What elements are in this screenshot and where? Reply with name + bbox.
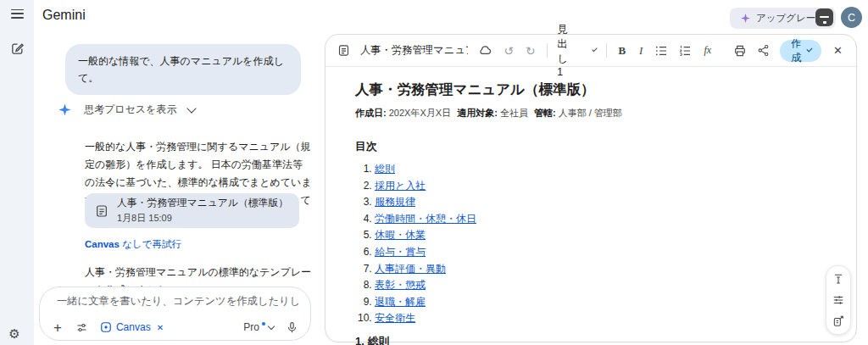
section-heading: 1. 総則: [355, 334, 834, 345]
document-icon: [337, 44, 350, 57]
toc-link[interactable]: 表彰・懲戒: [375, 279, 426, 291]
model-label: Pro: [243, 321, 259, 333]
toc-item: 採用と入社: [375, 181, 834, 191]
print-icon: [733, 44, 747, 58]
italic-button[interactable]: I: [637, 44, 644, 58]
tools-toggle-button[interactable]: [75, 321, 88, 334]
retry-link-rest: なしで再試行: [120, 239, 181, 249]
tune-icon: [75, 321, 88, 334]
new-chat-icon[interactable]: [6, 37, 28, 59]
toc-item: 給与・賞与: [375, 247, 834, 257]
create-button[interactable]: 作成: [780, 40, 821, 62]
toc-item: 退職・解雇: [375, 297, 834, 307]
meta-created-label: 作成日:: [355, 108, 387, 118]
gear-icon: ⚙: [8, 326, 19, 342]
meta-owner-value: 人事部 / 管理部: [559, 108, 622, 118]
italic-icon: I: [639, 44, 643, 57]
toc-item: 服務規律: [375, 197, 834, 207]
insert-text-button[interactable]: [832, 273, 844, 285]
toc-link[interactable]: 総則: [375, 163, 395, 175]
menu-icon[interactable]: [6, 3, 28, 25]
redo-button[interactable]: ↻: [525, 44, 537, 58]
gemini-sparkle-icon: [58, 103, 72, 117]
canvas-document-card[interactable]: 人事・労務管理マニュアル（標準版） 1月8日 15:09: [85, 193, 299, 228]
toc-link[interactable]: 給与・賞与: [375, 246, 426, 258]
canvas-panel: 人事・労務管理マニュアル（標準版） ↺ ↻ 見出し 1 B I: [325, 34, 857, 342]
avatar[interactable]: C: [841, 7, 862, 28]
model-badge-dot: [262, 322, 265, 326]
chevron-down-icon: [807, 46, 813, 52]
meta-owner-label: 管轄:: [534, 108, 556, 118]
chevron-down-icon: [187, 103, 197, 113]
add-attachment-button[interactable]: +: [52, 320, 64, 335]
redo-icon: ↻: [526, 44, 536, 58]
table-of-contents: 総則 採用と入社 服務規律 労働時間・休憩・休日 休暇・休業 給与・賞与 人事評…: [355, 164, 834, 323]
share-icon: [757, 44, 770, 57]
app-title: Gemini: [42, 8, 86, 23]
document-meta: 作成日: 202X年X月X日 適用対象: 全社員 管轄: 人事部 / 管理部: [355, 107, 834, 120]
toc-link[interactable]: 労働時間・休憩・休日: [375, 213, 476, 225]
gemini-sparkle-icon: [740, 13, 751, 24]
toolbar-divider: [547, 43, 548, 58]
canvas-chip-close-icon[interactable]: ✕: [157, 323, 164, 332]
toolbox-icon[interactable]: [815, 8, 833, 26]
user-message-bubble: 一般的な情報で、人事のマニュアルを作成して。: [65, 44, 301, 95]
numbered-list-icon: [678, 44, 692, 58]
toc-link[interactable]: 人事評価・異動: [375, 263, 446, 275]
input-toolbar: + Canvas ✕ Pro: [40, 316, 310, 338]
toc-item: 表彰・懲戒: [375, 280, 834, 290]
cloud-saved-icon[interactable]: [478, 43, 492, 58]
bold-icon: B: [618, 44, 626, 57]
gemini-app: ⚙ Gemini アップグレード C 一般的な情報で、人事のマニュアルを作成して…: [0, 0, 868, 345]
hamburger-icon: [11, 9, 24, 19]
export-doc-icon: [832, 315, 844, 327]
bold-button[interactable]: B: [616, 44, 627, 58]
card-title: 人事・労務管理マニュアル（標準版）: [117, 197, 288, 210]
edit-square-icon: [10, 42, 25, 56]
canvas-chip[interactable]: Canvas ✕: [100, 321, 164, 333]
retry-without-canvas-link[interactable]: Canvas なしで再試行: [85, 238, 181, 251]
canvas-chip-label: Canvas: [116, 321, 151, 333]
toolbar-divider: [606, 43, 607, 58]
thinking-toggle-label: 思考プロセスを表示: [84, 103, 176, 117]
toc-link[interactable]: 採用と入社: [375, 180, 426, 192]
toc-heading: 目次: [355, 139, 834, 154]
function-button[interactable]: fx: [702, 44, 713, 57]
text-cursor-top-icon: [832, 273, 844, 285]
chevron-down-icon: [592, 47, 597, 52]
chat-input[interactable]: [55, 294, 300, 308]
thinking-process-toggle[interactable]: 思考プロセスを表示: [58, 103, 195, 117]
toc-item: 休暇・休業: [375, 230, 834, 240]
canvas-side-tools: [826, 265, 851, 335]
toc-item: 労働時間・休憩・休日: [375, 214, 834, 224]
canvas-doc-title[interactable]: 人事・労務管理マニュアル（標準版）: [360, 43, 468, 58]
undo-icon: ↺: [504, 44, 514, 58]
model-picker[interactable]: Pro: [243, 321, 274, 333]
chat-input-box: + Canvas ✕ Pro: [39, 287, 311, 341]
undo-button[interactable]: ↺: [503, 44, 515, 58]
numbered-list-button[interactable]: [678, 44, 692, 58]
close-icon: ✕: [833, 44, 843, 57]
toc-item: 総則: [375, 164, 834, 174]
settings-icon[interactable]: ⚙: [3, 323, 25, 345]
export-to-docs-button[interactable]: [832, 315, 844, 327]
meta-audience-value: 全社員: [500, 108, 528, 118]
close-canvas-button[interactable]: ✕: [832, 44, 844, 57]
card-timestamp: 1月8日 15:09: [117, 212, 288, 225]
paragraph-style-dropdown[interactable]: 見出し 1: [557, 23, 596, 78]
sidebar: ⚙: [0, 0, 34, 345]
document-editor[interactable]: 人事・労務管理マニュアル（標準版） 作成日: 202X年X月X日 適用対象: 全…: [355, 81, 834, 345]
print-button[interactable]: [733, 44, 747, 58]
share-button[interactable]: [757, 44, 770, 57]
style-dropdown-value: 見出し 1: [557, 23, 574, 78]
toc-link[interactable]: 安全衛生: [375, 312, 415, 324]
mic-button[interactable]: [286, 321, 298, 334]
toc-link[interactable]: 服務規律: [375, 196, 415, 208]
retry-link-highlight: Canvas: [85, 239, 120, 249]
meta-audience-label: 適用対象:: [457, 108, 498, 118]
toc-item: 安全衛生: [375, 313, 834, 323]
bulleted-list-button[interactable]: [654, 44, 668, 58]
toc-link[interactable]: 退職・解雇: [375, 296, 426, 308]
toc-link[interactable]: 休暇・休業: [375, 229, 426, 241]
adjust-button[interactable]: [832, 294, 844, 306]
